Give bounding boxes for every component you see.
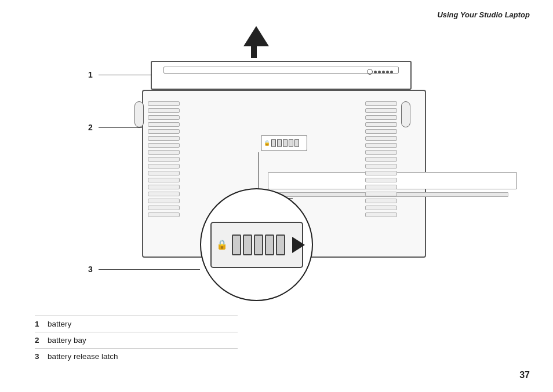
vent-line bbox=[365, 108, 397, 113]
latch-bar bbox=[289, 139, 293, 147]
magnified-latch: 🔒 bbox=[210, 222, 303, 268]
vent-line bbox=[365, 122, 397, 127]
battery-dot bbox=[374, 71, 377, 74]
vent-line bbox=[365, 164, 397, 168]
vent-line bbox=[365, 206, 397, 210]
battery-circle bbox=[367, 69, 373, 75]
vent-line bbox=[365, 101, 397, 106]
legend-item-1: 1 battery bbox=[35, 316, 238, 332]
vent-line bbox=[365, 185, 397, 189]
vent-line bbox=[148, 136, 180, 141]
legend-text-3: battery release latch bbox=[48, 352, 118, 361]
vent-left bbox=[148, 101, 180, 223]
vent-line bbox=[365, 199, 397, 203]
vent-line bbox=[148, 199, 180, 203]
legend-num-3: 3 bbox=[35, 352, 48, 361]
vent-line bbox=[365, 213, 397, 217]
legend: 1 battery 2 battery bay 3 battery releas… bbox=[35, 316, 238, 364]
legend-num-2: 2 bbox=[35, 336, 48, 345]
vent-line bbox=[148, 122, 180, 127]
up-arrow-stem bbox=[251, 46, 257, 58]
vent-line bbox=[148, 101, 180, 106]
battery-indicator bbox=[367, 69, 393, 75]
latch-bar bbox=[294, 139, 299, 147]
latch-bar bbox=[283, 139, 288, 147]
latch-bar bbox=[271, 139, 276, 147]
vent-line bbox=[148, 157, 180, 162]
legend-num-1: 1 bbox=[35, 320, 48, 328]
label-1-line bbox=[99, 75, 152, 75]
vent-line bbox=[148, 185, 180, 189]
magnified-circle: 🔒 bbox=[200, 188, 313, 301]
vent-line bbox=[148, 164, 180, 168]
battery-dot bbox=[390, 71, 393, 74]
latch-small: 🔒 bbox=[261, 135, 307, 151]
diagram-label-3: 3 bbox=[88, 265, 93, 274]
latch-bar bbox=[277, 139, 282, 147]
battery-dot bbox=[378, 71, 381, 74]
vent-line bbox=[148, 192, 180, 196]
page-header-title: Using Your Studio Laptop bbox=[437, 10, 530, 19]
latch-bar-large bbox=[265, 235, 274, 255]
vent-line bbox=[365, 171, 397, 175]
battery-dot bbox=[386, 71, 389, 74]
lock-icon-large: 🔒 bbox=[216, 239, 228, 250]
vent-line bbox=[148, 171, 180, 175]
legend-item-2: 2 battery bay bbox=[35, 332, 238, 348]
vent-line bbox=[365, 136, 397, 141]
vent-line bbox=[365, 129, 397, 134]
vent-line bbox=[365, 115, 397, 120]
vent-line bbox=[365, 178, 397, 182]
battery-inner bbox=[163, 67, 399, 74]
vent-line bbox=[365, 150, 397, 155]
vent-right bbox=[365, 101, 397, 223]
latch-bar-large bbox=[232, 235, 241, 255]
lock-icon-small: 🔒 bbox=[264, 140, 270, 146]
vent-line bbox=[148, 178, 180, 182]
latch-bar-large bbox=[243, 235, 252, 255]
latch-bar-large bbox=[276, 235, 285, 255]
right-arrow-icon bbox=[292, 237, 305, 253]
label-3-line bbox=[99, 269, 200, 270]
vent-line bbox=[148, 213, 180, 217]
diagram-label-2: 2 bbox=[88, 123, 93, 132]
handle-right bbox=[401, 101, 410, 127]
handle-left bbox=[134, 101, 144, 127]
up-arrow-icon bbox=[243, 26, 269, 46]
label-2-line bbox=[99, 127, 142, 128]
vent-line bbox=[148, 150, 180, 155]
battery-dot bbox=[382, 71, 385, 74]
vent-line bbox=[148, 206, 180, 210]
vent-line bbox=[365, 143, 397, 148]
diagram-label-1: 1 bbox=[88, 70, 93, 79]
vent-line bbox=[365, 192, 397, 196]
legend-text-1: battery bbox=[48, 320, 71, 328]
page-number: 37 bbox=[519, 370, 530, 380]
legend-item-3: 3 battery release latch bbox=[35, 348, 238, 364]
legend-text-2: battery bay bbox=[48, 336, 86, 345]
vent-line bbox=[148, 108, 180, 113]
vent-line bbox=[148, 115, 180, 120]
vent-line bbox=[148, 143, 180, 148]
latch-bar-large bbox=[254, 235, 263, 255]
vent-line bbox=[365, 157, 397, 162]
diagram-area: 🔒 🔒 1 2 3 bbox=[35, 26, 510, 310]
battery-component bbox=[151, 61, 412, 90]
vent-line bbox=[148, 129, 180, 134]
